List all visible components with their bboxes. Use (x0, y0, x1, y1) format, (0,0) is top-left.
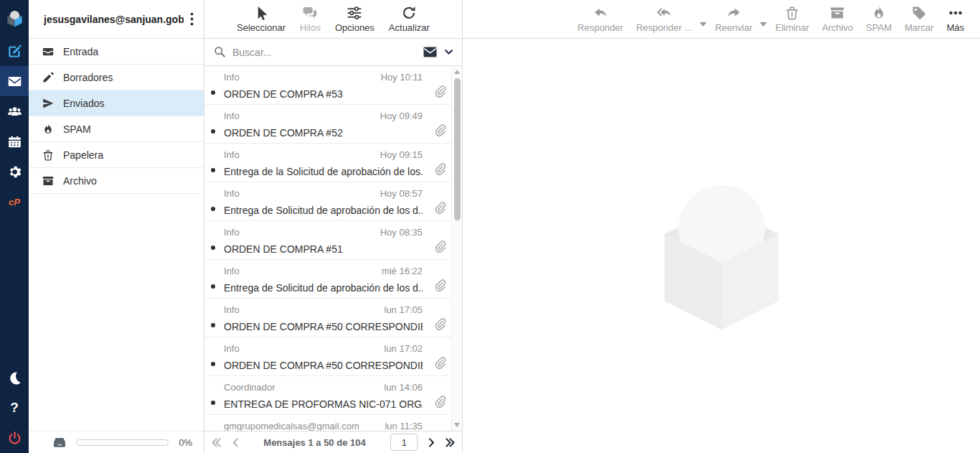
attachment-icon (434, 396, 446, 408)
message-list-item[interactable]: Infomié 16:22Entrega de Solicitud de apr… (204, 260, 451, 299)
folders-pane: jesusgavilanes@sanjuan.gob.... Entrada B… (29, 0, 204, 453)
threads-button[interactable]: Hilos (300, 6, 321, 33)
message-sender: Info (224, 188, 240, 199)
message-list-item[interactable]: Infolun 17:05ORDEN DE COMPRA #50 CORRESP… (204, 299, 451, 337)
message-sender: Info (224, 343, 240, 354)
forward-button[interactable]: Reenviar (715, 6, 753, 33)
archive-icon (42, 175, 54, 187)
reply-all-label: Responder ... (636, 22, 692, 33)
sent-plane-icon (42, 98, 54, 109)
cursor-icon (254, 6, 268, 20)
attachment-icon (434, 85, 446, 98)
logout-power-icon[interactable] (0, 423, 29, 453)
search-bar (204, 39, 462, 66)
message-list-item[interactable]: InfoHoy 09:49ORDEN DE COMPRA #52 (204, 105, 451, 144)
reply-button[interactable]: Responder (578, 6, 623, 33)
folder-label: Enviados (63, 98, 105, 109)
message-subject: ORDEN DE COMPRA #53 (224, 88, 423, 100)
select-button[interactable]: Seleccionar (237, 6, 286, 33)
settings-gear-icon[interactable] (0, 157, 29, 187)
message-subject: ORDEN DE COMPRA #51 (224, 243, 423, 255)
cpanel-label: cP (9, 197, 20, 207)
page-number-input[interactable] (390, 434, 418, 451)
message-date: lun 14:06 (385, 382, 423, 393)
scrollbar-down-arrow[interactable] (454, 423, 460, 427)
scrollbar-up-arrow[interactable] (454, 70, 460, 74)
last-page-button[interactable] (446, 438, 455, 447)
next-page-button[interactable] (428, 438, 435, 447)
folder-item-entrada[interactable]: Entrada (29, 39, 204, 65)
empty-message-view (463, 39, 980, 453)
forward-menu-caret-icon[interactable] (760, 17, 767, 29)
message-date: Hoy 09:49 (380, 111, 423, 121)
message-list-item[interactable]: gmgrupomedicalsas@gmail.comlun 11:35 (204, 415, 451, 431)
message-sender: Info (224, 304, 240, 315)
attachment-icon (434, 163, 446, 175)
select-label: Seleccionar (237, 22, 286, 33)
message-toolbar: Responder Responder ... Reenviar Elimina… (463, 0, 980, 39)
message-list-item[interactable]: InfoHoy 09:15Entrega de la Solicitud de … (204, 144, 451, 182)
message-sender: gmgrupomedicalsas@gmail.com (224, 421, 359, 431)
refresh-label: Actualizar (389, 22, 430, 33)
more-button[interactable]: Más (946, 6, 964, 33)
spam-button[interactable]: SPAM (866, 6, 892, 33)
webmail-app: cP ? jesusgavilanes@sanjuan.gob.... Entr… (0, 0, 980, 453)
watermark-logo-icon (639, 157, 804, 336)
message-list-item[interactable]: InfoHoy 10:11ORDEN DE COMPRA #53 (204, 66, 451, 105)
archive-button[interactable]: Archivo (822, 6, 853, 33)
folder-item-papelera[interactable]: Papelera (29, 142, 204, 168)
delete-button[interactable]: Eliminar (776, 6, 809, 33)
list-scrollbar[interactable] (451, 66, 462, 431)
reply-label: Responder (578, 22, 623, 33)
message-list-items: InfoHoy 10:11ORDEN DE COMPRA #53InfoHoy … (204, 66, 451, 431)
search-scope-mail-icon[interactable] (423, 47, 437, 57)
compose-icon[interactable] (0, 36, 29, 66)
refresh-button[interactable]: Actualizar (389, 6, 430, 33)
message-list-item[interactable]: InfoHoy 08:57Entrega de Solicitud de apr… (204, 182, 451, 221)
threads-chat-icon (303, 6, 317, 20)
message-date: lun 11:35 (385, 421, 423, 431)
mark-button[interactable]: Marcar (905, 6, 933, 33)
account-menu-kebab-icon[interactable] (184, 9, 199, 30)
message-list-item[interactable]: Infolun 17:02ORDEN DE COMPRA #50 CORRESP… (204, 337, 451, 376)
unread-dot (211, 401, 215, 405)
refresh-icon (402, 6, 416, 20)
folder-label: Entrada (63, 46, 98, 57)
unread-dot (211, 129, 215, 134)
search-options-caret-icon[interactable] (445, 50, 453, 55)
threads-label: Hilos (300, 22, 321, 33)
message-list: InfoHoy 10:11ORDEN DE COMPRA #53InfoHoy … (204, 66, 462, 431)
message-sender: Info (224, 111, 240, 121)
search-input[interactable] (232, 47, 417, 58)
folder-item-spam[interactable]: SPAM (29, 116, 204, 142)
contacts-icon[interactable] (0, 96, 29, 126)
mail-icon[interactable] (0, 66, 29, 96)
message-subject: ENTREGA DE PROFORMAS NIC-071 ORGAN... (224, 398, 423, 410)
calendar-icon[interactable] (0, 126, 29, 157)
folder-item-borradores[interactable]: Borradores (29, 65, 204, 90)
folder-item-enviados[interactable]: Enviados (29, 90, 204, 116)
prev-page-button[interactable] (232, 438, 239, 447)
attachment-icon (434, 202, 446, 214)
message-list-item[interactable]: InfoHoy 08:35ORDEN DE COMPRA #51 (204, 221, 451, 260)
trash-icon (42, 149, 54, 161)
app-logo-icon (0, 0, 29, 36)
reply-all-menu-caret-icon[interactable] (699, 17, 707, 29)
unread-dot (211, 323, 215, 327)
folder-item-archivo[interactable]: Archivo (29, 168, 204, 194)
account-header: jesusgavilanes@sanjuan.gob.... (29, 0, 204, 39)
drafts-pencil-icon (42, 72, 54, 83)
scrollbar-thumb[interactable] (454, 78, 461, 220)
cpanel-icon[interactable]: cP (0, 187, 29, 217)
pagination-right (390, 434, 455, 451)
message-list-item[interactable]: Coordinadorlun 14:06ENTREGA DE PROFORMAS… (204, 376, 451, 415)
first-page-button[interactable] (212, 438, 221, 447)
help-icon[interactable]: ? (0, 393, 29, 423)
account-email[interactable]: jesusgavilanes@sanjuan.gob.... (44, 14, 184, 25)
message-sender: Info (224, 149, 240, 160)
options-button[interactable]: Opciones (335, 6, 374, 33)
reply-all-button[interactable]: Responder ... (636, 6, 692, 33)
help-label: ? (10, 400, 19, 416)
options-tune-icon (347, 6, 362, 20)
dark-mode-moon-icon[interactable] (0, 363, 29, 393)
